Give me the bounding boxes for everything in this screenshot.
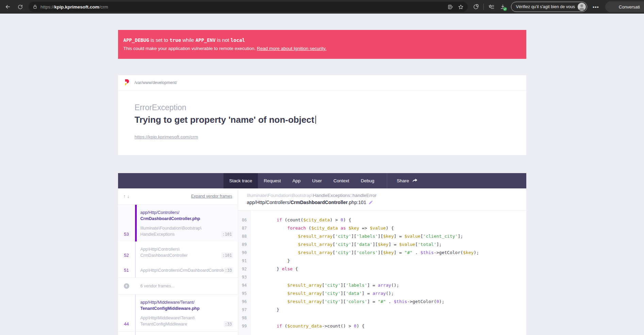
code-line-97: 97 } xyxy=(238,306,526,314)
extensions-button[interactable] xyxy=(470,1,481,12)
line-number: 86 xyxy=(238,216,251,224)
exception-card-body: ErrorException Trying to get property 'n… xyxy=(118,90,526,155)
frame-indicator-bar xyxy=(135,241,136,263)
banner-heading-part: APP_DEBUG xyxy=(123,37,149,43)
downloads-button[interactable] xyxy=(497,1,508,12)
exception-url-link[interactable]: https://kpip.kprimesoft.com/crm xyxy=(135,134,198,139)
code-line-96: 96 $result_array['city']['colors'] = "#"… xyxy=(238,298,526,306)
exception-message: Trying to get property 'name' of non-obj… xyxy=(135,115,510,125)
line-number: 99 xyxy=(238,322,251,330)
frame-indicator-bar xyxy=(135,263,136,278)
favorites-list-icon xyxy=(488,4,495,10)
vendor-frames-row[interactable]: +6 vendor frames... xyxy=(118,278,238,295)
code-text: $result_array['city']['colors'][$key] = … xyxy=(251,249,526,257)
code-line-86: 86 if (count($city_data) > 0) { xyxy=(238,216,526,224)
sidebar-header: ↑↓ Expand vendor frames xyxy=(118,188,238,205)
address-bar[interactable]: https://kpip.kprimesoft.com/crm xyxy=(29,2,468,12)
code-line-99: 99 if ($country_data->count() > 0) { xyxy=(238,322,526,330)
code-text: if ($country_data->count() > 0) { xyxy=(251,322,526,330)
frame-class: App\Http\Middleware\Tenant\ xyxy=(141,315,221,321)
code-text: $result_array['city']['colors'] = "#" . … xyxy=(251,298,526,306)
trace-tab-bar: Stack traceRequestAppUserContextDebug Sh… xyxy=(118,173,526,188)
code-line-90: 90 $result_array['city']['colors'][$key]… xyxy=(238,249,526,257)
frame-class: HandleExceptions xyxy=(141,231,219,237)
frame-details: app/Http/Middleware/Tenant/TenantConfigM… xyxy=(135,299,221,327)
favorites-bar-button[interactable] xyxy=(486,1,497,12)
frame-number: 53 xyxy=(118,231,135,237)
ignition-logo-icon xyxy=(124,79,130,86)
share-label: Share xyxy=(397,178,409,183)
read-aloud-button[interactable] xyxy=(445,2,456,12)
stack-frame-44[interactable]: 44app/Http/Middleware/Tenant/TenantConfi… xyxy=(118,295,238,332)
extensions-icon xyxy=(473,4,479,10)
copilot-icon xyxy=(609,3,616,11)
profile-verify-label: Vérifiez qu'il s'agit bien de vous xyxy=(516,4,575,9)
code-text: if (count($city_data) > 0) { xyxy=(251,216,526,224)
code-pane: Illuminate\Foundation\Bootstrap\HandleEx… xyxy=(238,188,526,335)
code-line-94: 94 $result_array['city']['labels'] = arr… xyxy=(238,281,526,289)
frame-nav-arrows[interactable]: ↑↓ xyxy=(123,194,131,199)
frame-indicator-bar xyxy=(135,205,137,241)
frame-number: 51 xyxy=(118,267,135,273)
plus-circle-icon[interactable]: + xyxy=(118,283,135,289)
back-button[interactable] xyxy=(2,1,14,13)
line-number: 90 xyxy=(238,249,251,257)
stack-frame-51[interactable]: 51App\Http\Controllers\CrmDashboardContr… xyxy=(118,263,238,278)
stack-frame-partial[interactable] xyxy=(118,332,238,335)
read-aloud-icon xyxy=(448,4,453,10)
frame-line-number: :101 xyxy=(221,252,233,258)
code-text: } xyxy=(251,306,526,314)
frame-line-number: :33 xyxy=(224,267,233,273)
banner-body: This could make your application vulnera… xyxy=(123,46,521,51)
tab-stack-trace[interactable]: Stack trace xyxy=(224,173,258,188)
tab-request[interactable]: Request xyxy=(258,173,286,188)
refresh-button[interactable] xyxy=(14,1,26,13)
share-button[interactable]: Share xyxy=(394,173,420,188)
tab-debug[interactable]: Debug xyxy=(355,173,380,188)
profile-verify-button[interactable]: Vérifiez qu'il s'agit bien de vous xyxy=(511,2,587,12)
favorite-button[interactable] xyxy=(456,2,466,12)
code-line-92: 92 } else { xyxy=(238,265,526,273)
frames-list: 53app/Http/Controllers/CrmDashboardContr… xyxy=(118,205,238,335)
code-header: Illuminate\Foundation\Bootstrap\HandleEx… xyxy=(238,188,526,211)
tab-context[interactable]: Context xyxy=(328,173,355,188)
line-number: 89 xyxy=(238,240,251,249)
url-text: https://kpip.kprimesoft.com/crm xyxy=(40,4,108,10)
lock-icon xyxy=(33,4,37,9)
line-number: 94 xyxy=(238,281,251,289)
back-arrow-icon xyxy=(5,4,11,10)
edit-pencil-icon[interactable] xyxy=(368,200,373,205)
frame-details: App\Http\Controllers\CrmDashboardControl… xyxy=(135,267,221,273)
banner-heading-part: true xyxy=(169,37,181,43)
debug-warning-banner: APP_DEBUG is set to true while APP_ENV i… xyxy=(118,30,526,59)
tab-app[interactable]: App xyxy=(286,173,306,188)
tab-bar-separator xyxy=(387,173,387,188)
frame-file: app/Http/Controllers/ xyxy=(141,210,219,216)
expand-vendor-frames-link[interactable]: Expand vendor frames xyxy=(191,194,232,199)
tab-user[interactable]: User xyxy=(306,173,328,188)
code-viewer[interactable]: 86 if (count($city_data) > 0) {87 foreac… xyxy=(238,211,526,335)
frame-class: TenantConfigMiddleware xyxy=(141,321,221,327)
code-text: } else { xyxy=(251,265,526,273)
banner-heading-part: local xyxy=(231,37,245,43)
check-icon xyxy=(504,8,506,10)
stack-frame-53[interactable]: 53app/Http/Controllers/CrmDashboardContr… xyxy=(118,205,238,241)
code-line-89: 89 $result_array['city']['data'][$key] =… xyxy=(238,240,526,249)
code-text: $result_array['city']['data'][$key] = $v… xyxy=(251,240,526,249)
down-arrow-icon[interactable]: ↓ xyxy=(127,194,131,199)
trace-tabs: Stack traceRequestAppUserContextDebug xyxy=(224,173,380,188)
up-arrow-icon[interactable]: ↑ xyxy=(123,194,127,199)
frame-file: app/Http/Middleware/Tenant/ xyxy=(141,299,221,305)
line-number: 91 xyxy=(238,257,251,265)
copilot-button[interactable]: Conversati xyxy=(605,1,644,12)
frame-file-position: app/Http/Controllers/CrmDashboardControl… xyxy=(247,200,517,205)
stack-frame-52[interactable]: 52App\Http\Controllers\CrmDashboardContr… xyxy=(118,241,238,263)
frame-number: 44 xyxy=(118,321,135,327)
settings-more-button[interactable]: ••• xyxy=(590,4,602,10)
banner-heading-part: APP_ENV xyxy=(196,37,216,43)
line-number: 88 xyxy=(238,232,251,240)
frame-class: Illuminate\Foundation\Bootstrap\ xyxy=(141,225,219,231)
ignition-security-link[interactable]: Read more about Ignition security. xyxy=(257,46,327,51)
exception-class: ErrorException xyxy=(135,103,510,112)
person-icon xyxy=(578,3,586,11)
